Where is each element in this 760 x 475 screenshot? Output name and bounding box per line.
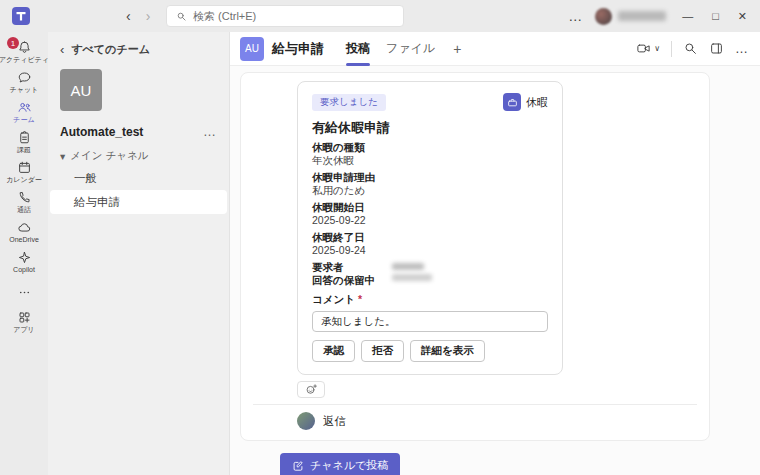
clipboard-icon (17, 130, 32, 145)
close-button[interactable]: ✕ (735, 10, 750, 23)
account-button[interactable] (595, 8, 666, 25)
header-more-icon[interactable]: … (735, 45, 748, 53)
vacation-icon (503, 93, 521, 111)
card-field: 休暇開始日 2025-09-22 (312, 201, 548, 227)
reject-button[interactable]: 拒否 (361, 340, 404, 362)
reply-composer[interactable]: 返信 (297, 405, 697, 438)
card-field: 休暇終了日 2025-09-24 (312, 231, 548, 257)
sidebar-item-label: チャット (10, 86, 39, 94)
channel-actions: ∨ … (636, 41, 748, 57)
calendar-icon (17, 160, 32, 175)
compose-icon (292, 460, 304, 472)
approve-button[interactable]: 承認 (312, 340, 355, 362)
channel-tabs: 投稿 ファイル + (346, 32, 461, 66)
conversation-area: 要求しました 休暇 有給休暇申請 休暇の種類 年次休暇 休暇申請理由 私用のため (230, 66, 760, 475)
chevron-down-icon: ∨ (654, 44, 660, 53)
activity-badge: 1 (7, 37, 19, 49)
team-name: Automate_test (60, 125, 143, 139)
show-details-button[interactable]: 詳細を表示 (410, 340, 485, 362)
sidebar-item-calendar[interactable]: カレンダー (0, 157, 48, 187)
sidebar-item-label: 通話 (17, 206, 31, 214)
sidebar-item-copilot[interactable]: Copilot (0, 247, 48, 277)
titlebar-more-icon[interactable]: … (568, 11, 582, 21)
channel-label: 一般 (74, 171, 97, 186)
sidebar-item-onedrive[interactable]: OneDrive (0, 217, 48, 247)
post-in-channel-button[interactable]: チャネルで投稿 (280, 453, 400, 475)
field-value: 年次休暇 (312, 154, 548, 167)
all-teams-back-button[interactable]: ‹ すべてのチーム (48, 32, 229, 61)
comment-label-text: コメント (312, 293, 355, 305)
sidebar-item-label: アクティビティ (0, 56, 49, 64)
title-bar: ‹ › 検索 (Ctrl+E) … — □ ✕ (0, 0, 760, 32)
card-field: 休暇申請理由 私用のため (312, 171, 548, 197)
search-input[interactable]: 検索 (Ctrl+E) (166, 5, 404, 27)
field-value: 2025-09-24 (312, 244, 548, 257)
more-icon (17, 285, 32, 300)
sidebar-item-label: Copilot (13, 266, 35, 274)
phone-icon (17, 190, 32, 205)
user-avatar (595, 8, 612, 25)
sidebar-item-teams[interactable]: チーム (0, 97, 48, 127)
channel-section-header[interactable]: ▾ メイン チャネル (48, 145, 229, 166)
channel-item-payroll[interactable]: 給与申請 (50, 190, 227, 214)
field-label: 休暇終了日 (312, 231, 548, 244)
nav-arrows: ‹ › (126, 0, 150, 32)
sidebar-item-apps[interactable]: アプリ (0, 307, 48, 337)
team-name-row[interactable]: Automate_test … (48, 111, 229, 145)
maximize-button[interactable]: □ (709, 10, 722, 22)
tab-label: ファイル (386, 40, 435, 57)
category-label: 休暇 (526, 95, 548, 110)
all-teams-label: すべてのチーム (71, 42, 150, 57)
card-field: 休暇の種類 年次休暇 (312, 141, 548, 167)
chat-icon (17, 70, 32, 85)
sidebar-item-label: OneDrive (9, 236, 39, 244)
forward-icon[interactable]: › (146, 8, 151, 24)
sparkle-icon (17, 250, 32, 265)
app-rail: 1 アクティビティ チャット チーム 課題 カレンダー 通話 OneDrive … (0, 32, 48, 475)
section-label: メイン チャネル (70, 149, 148, 163)
field-value: 2025-09-22 (312, 214, 548, 227)
channel-avatar: AU (240, 37, 264, 61)
channel-label: 給与申請 (74, 195, 120, 210)
field-label: 休暇申請理由 (312, 171, 548, 184)
field-value: 私用のため (312, 184, 548, 197)
search-placeholder: 検索 (Ctrl+E) (193, 9, 256, 24)
apps-icon (17, 310, 32, 325)
search-icon[interactable] (683, 41, 698, 56)
divider (671, 41, 672, 57)
tab-files[interactable]: ファイル (386, 32, 435, 66)
chevron-down-icon: ▾ (60, 150, 65, 162)
minimize-button[interactable]: — (679, 10, 696, 22)
post-container: 要求しました 休暇 有給休暇申請 休暇の種類 年次休暇 休暇申請理由 私用のため (240, 72, 710, 441)
meet-now-button[interactable]: ∨ (636, 41, 660, 56)
field-label: 休暇開始日 (312, 201, 548, 214)
requester-block: 要求者 回答の保留中 (312, 261, 548, 287)
sidebar-item-assignments[interactable]: 課題 (0, 127, 48, 157)
channel-item-general[interactable]: 一般 (50, 166, 227, 190)
redacted-requester-name (392, 263, 432, 281)
channel-header: AU 給与申請 投稿 ファイル + ∨ … (230, 32, 760, 66)
sidebar-item-activity[interactable]: 1 アクティビティ (0, 37, 48, 67)
reply-label: 返信 (323, 414, 346, 429)
card-title: 有給休暇申請 (312, 119, 548, 137)
sidebar-item-label: アプリ (13, 326, 35, 334)
sidebar-item-chat[interactable]: チャット (0, 67, 48, 97)
sidebar-item-more[interactable] (0, 277, 48, 307)
sidebar-item-label: カレンダー (6, 176, 42, 184)
sidebar-item-calls[interactable]: 通話 (0, 187, 48, 217)
teams-logo-icon[interactable] (12, 7, 30, 25)
tab-posts[interactable]: 投稿 (346, 32, 370, 66)
team-avatar[interactable]: AU (60, 69, 102, 111)
team-more-icon[interactable]: … (203, 128, 217, 136)
channel-title: 給与申請 (272, 40, 324, 58)
add-reaction-button[interactable] (297, 381, 325, 398)
emoji-add-icon (305, 383, 318, 396)
comment-input[interactable] (312, 311, 548, 332)
open-pane-icon[interactable] (709, 41, 724, 56)
add-tab-icon[interactable]: + (453, 41, 461, 57)
chevron-left-icon: ‹ (60, 42, 64, 57)
compose-row: チャネルで投稿 (280, 453, 710, 475)
tab-label: 投稿 (346, 40, 370, 57)
back-icon[interactable]: ‹ (126, 8, 131, 24)
video-camera-icon (636, 41, 651, 56)
